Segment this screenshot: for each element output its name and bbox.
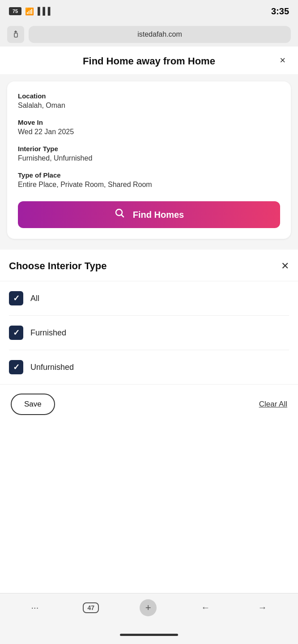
forward-button[interactable]: → xyxy=(254,599,270,616)
home-bar xyxy=(120,634,178,636)
interior-type-label: Interior Type xyxy=(18,145,280,153)
find-homes-button[interactable]: ⚬ Find Homes xyxy=(18,201,280,228)
find-homes-label: Find Homes xyxy=(133,210,184,220)
location-field: Location Salalah, Oman xyxy=(18,92,280,110)
interior-type-value: Furnished, Unfurnished xyxy=(18,154,280,162)
wifi-icon: 📶 xyxy=(25,7,34,16)
type-of-place-field: Type of Place Entire Place, Private Room… xyxy=(18,171,280,189)
checkbox-furnished[interactable]: ✓ xyxy=(9,326,23,340)
choose-title: Choose Interior Type xyxy=(9,260,106,272)
back-button[interactable]: ← xyxy=(197,599,213,616)
svg-rect-0 xyxy=(14,33,17,37)
move-in-value: Wed 22 Jan 2025 xyxy=(18,128,280,136)
new-tab-button[interactable]: + xyxy=(140,599,157,616)
choose-header: Choose Interior Type ✕ xyxy=(0,250,298,281)
tab-count-button[interactable]: 47 xyxy=(83,602,99,613)
share-button[interactable] xyxy=(7,26,24,43)
check-icon-all: ✓ xyxy=(13,293,20,303)
status-left: 75 📶 ▌▌▌ xyxy=(9,7,53,16)
save-button[interactable]: Save xyxy=(11,394,55,415)
home-indicator xyxy=(0,629,298,644)
type-of-place-label: Type of Place xyxy=(18,171,280,179)
close-header-button[interactable]: × xyxy=(278,53,287,68)
page-header: Find Home away from Home × xyxy=(0,47,298,74)
move-in-label: Move In xyxy=(18,119,280,126)
checkbox-label-furnished: Furnished xyxy=(30,328,66,338)
browser-bottom-nav: ··· 47 + ← → xyxy=(0,593,298,629)
status-time: 3:35 xyxy=(271,6,289,17)
battery-icon: 75 xyxy=(9,7,21,15)
share-icon xyxy=(11,30,20,39)
interior-type-field: Interior Type Furnished, Unfurnished xyxy=(18,145,280,162)
browser-bar: istedafah.com xyxy=(0,22,298,47)
check-icon-furnished: ✓ xyxy=(13,328,20,338)
check-icon-unfurnished: ✓ xyxy=(13,362,20,372)
checkbox-list: ✓ All ✓ Furnished ✓ Unfurnished xyxy=(0,281,298,384)
clear-all-button[interactable]: Clear All xyxy=(259,400,287,409)
choose-interior-section: Choose Interior Type ✕ ✓ All ✓ Furnished… xyxy=(0,250,298,593)
url-bar[interactable]: istedafah.com xyxy=(29,26,291,43)
checkbox-item-all[interactable]: ✓ All xyxy=(9,281,289,316)
search-circle-icon xyxy=(114,208,126,222)
type-of-place-value: Entire Place, Private Room, Shared Room xyxy=(18,181,280,189)
bottom-actions: Save Clear All xyxy=(0,384,298,424)
main-content: Find Home away from Home × Location Sala… xyxy=(0,47,298,593)
menu-button[interactable]: ··· xyxy=(28,599,43,616)
checkbox-item-furnished[interactable]: ✓ Furnished xyxy=(9,316,289,350)
location-label: Location xyxy=(18,92,280,100)
checkbox-all[interactable]: ✓ xyxy=(9,291,23,305)
page-title: Find Home away from Home xyxy=(83,55,215,67)
checkbox-label-unfurnished: Unfurnished xyxy=(30,363,74,372)
location-value: Salalah, Oman xyxy=(18,102,280,110)
move-in-field: Move In Wed 22 Jan 2025 xyxy=(18,119,280,136)
search-card: Location Salalah, Oman Move In Wed 22 Ja… xyxy=(7,81,291,239)
checkbox-item-unfurnished[interactable]: ✓ Unfurnished xyxy=(9,350,289,384)
close-choose-button[interactable]: ✕ xyxy=(281,260,289,272)
signal-icon: ▌▌▌ xyxy=(38,7,53,15)
checkbox-unfurnished[interactable]: ✓ xyxy=(9,360,23,374)
checkbox-label-all: All xyxy=(30,294,39,303)
status-bar: 75 📶 ▌▌▌ 3:35 xyxy=(0,0,298,22)
